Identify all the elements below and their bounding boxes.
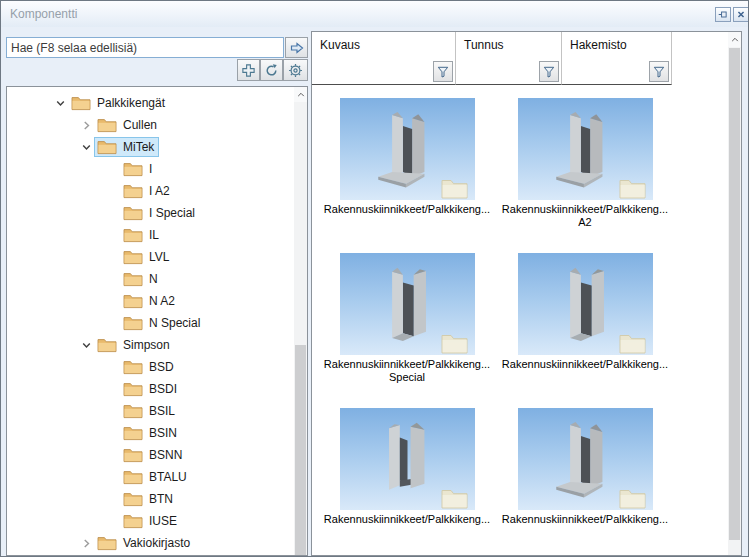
- funnel-icon: [653, 66, 665, 78]
- chevron-spacer: [105, 206, 120, 220]
- tree-item-label: BSD: [149, 360, 174, 374]
- panel-title: Komponentti: [10, 1, 77, 27]
- folder-icon: [123, 425, 143, 441]
- folder-icon: [123, 249, 143, 265]
- component-label: Rakennuskiinnikkeet/Palkkikeng...: [496, 358, 674, 371]
- chevron-down-icon[interactable]: [53, 96, 68, 110]
- tree-scrollbar[interactable]: [294, 87, 307, 555]
- filter-button-kuvaus[interactable]: [433, 61, 453, 82]
- search-input[interactable]: [6, 37, 284, 58]
- filter-cell-hakemisto: [562, 58, 672, 85]
- tree-item-n-special[interactable]: N Special: [7, 312, 293, 334]
- beam-shoe-3d-icon: [547, 411, 624, 507]
- search-go-button[interactable]: [285, 37, 308, 58]
- folder-icon: [123, 381, 143, 397]
- chevron-right-icon[interactable]: [79, 118, 94, 132]
- tree-item-bsin[interactable]: BSIN: [7, 422, 293, 444]
- tree-item-body: IUSE: [120, 511, 182, 531]
- column-header-kuvaus[interactable]: Kuvaus: [312, 32, 456, 58]
- tree-item-bsd[interactable]: BSD: [7, 356, 293, 378]
- tree-item-label: I Special: [149, 206, 195, 220]
- column-header-hakemisto[interactable]: Hakemisto: [562, 32, 672, 58]
- chevron-spacer: [105, 514, 120, 528]
- refresh-button[interactable]: [260, 59, 283, 81]
- folder-icon: [97, 337, 117, 353]
- component-sublabel: A2: [496, 216, 674, 229]
- settings-button[interactable]: [283, 59, 308, 81]
- tree-item-simpson[interactable]: Simpson: [7, 334, 293, 356]
- component-label: Rakennuskiinnikkeet/Palkkikeng...: [496, 203, 674, 216]
- tree-item-mitek[interactable]: MiTek: [7, 136, 293, 158]
- tree-item-body: BSIL: [120, 401, 180, 421]
- component-item[interactable]: Rakennuskiinnikkeet/Palkkikeng... A2: [496, 94, 674, 249]
- tree-item-label: IL: [149, 228, 159, 242]
- folder-icon: [123, 205, 143, 221]
- component-item[interactable]: Rakennuskiinnikkeet/Palkkikeng...: [496, 404, 674, 556]
- tree-item-body: I A2: [120, 181, 175, 201]
- tree-item-btalu[interactable]: BTALU: [7, 466, 293, 488]
- tree-item-iuse[interactable]: IUSE: [7, 510, 293, 532]
- component-sublabel: Special: [318, 371, 496, 384]
- component-item[interactable]: Rakennuskiinnikkeet/Palkkikeng... Specia…: [318, 249, 496, 404]
- filter-input-kuvaus[interactable]: [314, 61, 435, 81]
- filter-button-tunnus[interactable]: [539, 61, 559, 82]
- tree-item-bsdi[interactable]: BSDI: [7, 378, 293, 400]
- chevron-spacer: [105, 382, 120, 396]
- chevron-spacer: [105, 162, 120, 176]
- folder-icon: [123, 271, 143, 287]
- component-thumbnail: [340, 253, 475, 355]
- tree-item-bsnn[interactable]: BSNN: [7, 444, 293, 466]
- tree-item-body: BTN: [120, 489, 178, 509]
- chevron-down-icon[interactable]: [79, 338, 94, 352]
- chevron-down-icon[interactable]: [79, 140, 94, 154]
- filter-input-hakemisto[interactable]: [564, 61, 651, 81]
- component-item[interactable]: Rakennuskiinnikkeet/Palkkikeng...: [318, 94, 496, 249]
- column-header-tunnus[interactable]: Tunnus: [456, 32, 562, 58]
- tree-item-i-special[interactable]: I Special: [7, 202, 293, 224]
- tree-item-cullen[interactable]: Cullen: [7, 114, 293, 136]
- component-item[interactable]: Rakennuskiinnikkeet/Palkkikeng...: [496, 249, 674, 404]
- component-item[interactable]: Rakennuskiinnikkeet/Palkkikeng...: [318, 404, 496, 556]
- filter-cell-kuvaus: [312, 58, 456, 85]
- tree-item-body: I Special: [120, 203, 200, 223]
- folder-overlay-icon: [441, 487, 468, 509]
- chevron-right-icon[interactable]: [79, 536, 94, 550]
- chevron-spacer: [105, 360, 120, 374]
- tree-item-i-a2[interactable]: I A2: [7, 180, 293, 202]
- folder-icon: [123, 447, 143, 463]
- tree-item-body: BSNN: [120, 445, 187, 465]
- tree-item-bsil[interactable]: BSIL: [7, 400, 293, 422]
- beam-shoe-3d-icon: [369, 411, 446, 507]
- tree-item-i[interactable]: I: [7, 158, 293, 180]
- tree-item-label: I A2: [149, 184, 170, 198]
- tree-item-il[interactable]: IL: [7, 224, 293, 246]
- tree-item-lvl[interactable]: LVL: [7, 246, 293, 268]
- gear-icon: [288, 63, 303, 78]
- scrollbar-thumb[interactable]: [295, 345, 306, 556]
- chevron-spacer: [105, 250, 120, 264]
- tree-item-label: MiTek: [123, 140, 154, 154]
- folder-icon: [123, 183, 143, 199]
- list-scrollbar[interactable]: [728, 32, 741, 555]
- chevron-spacer: [105, 272, 120, 286]
- plus-icon: [241, 63, 256, 78]
- add-button[interactable]: [237, 59, 260, 81]
- scrollbar-thumb[interactable]: [729, 48, 740, 540]
- scroll-up-button[interactable]: [294, 87, 307, 102]
- tree-item-body: BSDI: [120, 379, 182, 399]
- component-thumbnail: [340, 98, 475, 200]
- folder-icon: [123, 513, 143, 529]
- tree-item-vakiokirjasto[interactable]: Vakiokirjasto: [7, 532, 293, 554]
- tree-item-body: Simpson: [94, 335, 175, 355]
- tree-item-palkkikengät[interactable]: Palkkikengät: [7, 92, 293, 114]
- tree-item-n-a2[interactable]: N A2: [7, 290, 293, 312]
- chevron-spacer: [105, 404, 120, 418]
- tree-item-n[interactable]: N: [7, 268, 293, 290]
- pin-button[interactable]: [715, 7, 731, 22]
- filter-input-tunnus[interactable]: [458, 61, 541, 81]
- tree-item-label: BTN: [149, 492, 173, 506]
- scroll-up-button[interactable]: [728, 32, 741, 47]
- tree-item-btn[interactable]: BTN: [7, 488, 293, 510]
- filter-button-hakemisto[interactable]: [649, 61, 669, 82]
- close-button[interactable]: [733, 7, 749, 22]
